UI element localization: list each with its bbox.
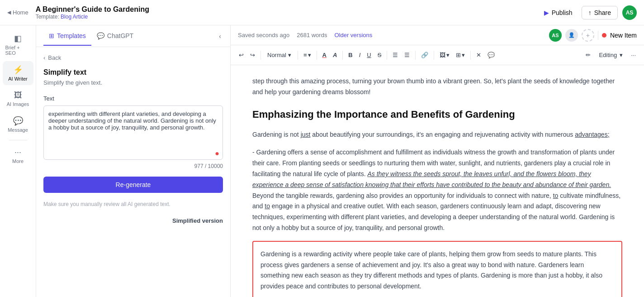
sidebar-item-label: More (12, 158, 24, 164)
tab-templates[interactable]: ⊞ Templates (43, 27, 91, 46)
older-versions-link[interactable]: Older versions (334, 32, 372, 38)
style-chevron-icon: ▾ (288, 52, 291, 58)
share-button[interactable]: ↑ Share (582, 6, 618, 19)
share-icon: ↑ (588, 9, 592, 16)
separator-6 (415, 51, 416, 60)
simplified-content-box: Gardening is a rewarding activity where … (252, 241, 622, 297)
saved-status: Saved seconds ago (238, 32, 289, 38)
templates-tab-label: Templates (57, 32, 86, 39)
editing-chevron-icon: ▾ (620, 52, 623, 58)
bullet-button[interactable]: ☰ (390, 50, 401, 60)
separator-1 (260, 51, 261, 60)
sidebar-item-brief-seo[interactable]: ◧ Brief + SEO (3, 30, 33, 59)
tab-chatgpt[interactable]: 💬 ChatGPT (91, 27, 139, 46)
underline-button[interactable]: U (364, 50, 374, 60)
clear-format-button[interactable]: ✕ (474, 50, 484, 60)
sidebar-item-label: Message (8, 127, 28, 133)
numbered-button[interactable]: ☰ (402, 50, 412, 60)
simplified-version-label: Simplified version (43, 217, 223, 224)
home-label: Home (13, 9, 28, 16)
more-icon: ··· (14, 148, 21, 157)
panel-content: ‹ Back Simplify text Simplify the given … (36, 47, 230, 297)
doc-title-area: A Beginner's Guide to Gardening Template… (36, 5, 540, 20)
header-actions: ▶ Publish ↑ Share AS (540, 5, 637, 20)
template-link[interactable]: Blog Article (61, 14, 88, 20)
left-sidebar: ◧ Brief + SEO ⚡ AI Writer 🖼 AI Images 💬 … (0, 25, 36, 297)
table-chevron-icon: ▾ (462, 52, 465, 58)
brief-seo-icon: ◧ (14, 34, 22, 43)
panel-tabs: ⊞ Templates 💬 ChatGPT ‹ (36, 25, 230, 47)
ai-writer-icon: ⚡ (13, 65, 23, 75)
doc-meta-right: AS 👤 + New Item (549, 29, 637, 42)
sidebar-item-ai-images[interactable]: 🖼 AI Images (3, 87, 33, 110)
text-color-button[interactable]: A (320, 50, 329, 60)
chatgpt-tab-icon: 💬 (97, 32, 104, 39)
char-count: 977 / 10000 (43, 163, 223, 169)
sidebar-item-ai-writer[interactable]: ⚡ AI Writer (3, 61, 33, 85)
text-field-label: Text (43, 95, 223, 102)
text-input[interactable]: experimenting with different plant varie… (43, 105, 223, 160)
sidebar-item-more[interactable]: ··· More (3, 144, 33, 168)
publish-button[interactable]: ▶ Publish (540, 6, 577, 19)
separator-5 (387, 51, 387, 60)
undo-button[interactable]: ↩ (236, 50, 246, 60)
sidebar-item-label: AI Writer (8, 76, 28, 81)
sidebar-item-message[interactable]: 💬 Message (3, 112, 33, 136)
separator-2 (298, 51, 298, 60)
align-button[interactable]: ≡ ▾ (301, 50, 314, 60)
editing-dropdown[interactable]: Editing ▾ (594, 50, 627, 60)
align-chevron-icon: ▾ (308, 52, 311, 58)
new-item-dot (602, 33, 606, 38)
editor-content: step through this amazing process, turni… (231, 65, 644, 297)
templates-panel: ⊞ Templates 💬 ChatGPT ‹ ‹ Back Simplify … (36, 25, 231, 297)
bold-button[interactable]: B (346, 50, 355, 60)
italic-button[interactable]: I (356, 50, 364, 60)
redo-button[interactable]: ↪ (247, 50, 258, 60)
avatar-sm-add[interactable]: + (582, 29, 594, 42)
formatting-toolbar: ↩ ↪ Normal ▾ ≡ ▾ A A B I U S (231, 45, 644, 65)
doc-title: A Beginner's Guide to Gardening (36, 5, 540, 14)
avatar[interactable]: AS (622, 5, 637, 20)
sidebar-item-label: AI Images (7, 101, 29, 107)
image-button[interactable]: 🖼 ▾ (437, 50, 452, 60)
textarea-wrapper: experimenting with different plant varie… (43, 105, 223, 161)
simplified-text: Gardening is a rewarding activity where … (260, 249, 614, 292)
link-button[interactable]: 🔗 (418, 50, 431, 60)
message-icon: 💬 (13, 116, 23, 126)
separator-8 (470, 51, 471, 60)
table-button[interactable]: ⊞ ▾ (453, 50, 468, 60)
doc-template: Template: Blog Article (36, 14, 540, 20)
separator-7 (434, 51, 434, 60)
highlight-button[interactable]: A (330, 50, 340, 60)
main-body: ◧ Brief + SEO ⚡ AI Writer 🖼 AI Images 💬 … (0, 25, 644, 297)
editor-intro-para: step through this amazing process, turni… (252, 76, 622, 98)
style-dropdown[interactable]: Normal ▾ (264, 50, 295, 60)
panel-collapse-button[interactable]: ‹ (217, 31, 223, 42)
sidebar-item-label: Brief + SEO (5, 45, 31, 56)
doc-meta: Saved seconds ago 2681 words Older versi… (238, 32, 372, 38)
editor-para-2: - Gardening offers a sense of accomplish… (252, 147, 622, 233)
doc-meta-toolbar: Saved seconds ago 2681 words Older versi… (231, 25, 644, 45)
home-link[interactable]: ◀ Home (7, 9, 28, 16)
publish-icon: ▶ (544, 9, 549, 16)
regenerate-button[interactable]: Re-generate (43, 177, 223, 193)
new-item-button[interactable]: New Item (610, 32, 637, 39)
pencil-icon[interactable]: ✏ (583, 50, 593, 60)
app-container: ◀ Home A Beginner's Guide to Gardening T… (0, 0, 644, 297)
separator-4 (342, 51, 343, 60)
chatgpt-tab-label: ChatGPT (107, 32, 133, 39)
template-desc: Simplify the given text. (43, 79, 223, 86)
template-title: Simplify text (43, 68, 223, 77)
editor-heading: Emphasizing the Importance and Benefits … (252, 109, 622, 120)
strikethrough-button[interactable]: S (375, 50, 384, 60)
separator-3 (317, 51, 317, 60)
avatar-sm-gray: 👤 (565, 29, 578, 42)
comment-button[interactable]: 💬 (485, 50, 497, 60)
sidebar-divider (9, 140, 27, 140)
ai-images-icon: 🖼 (14, 91, 22, 100)
back-button[interactable]: ‹ Back (43, 54, 223, 61)
back-arrow-icon: ‹ (43, 54, 45, 61)
editor-area: Saved seconds ago 2681 words Older versi… (231, 25, 644, 297)
more-options-button[interactable]: ··· (628, 50, 639, 60)
separator (598, 31, 598, 40)
